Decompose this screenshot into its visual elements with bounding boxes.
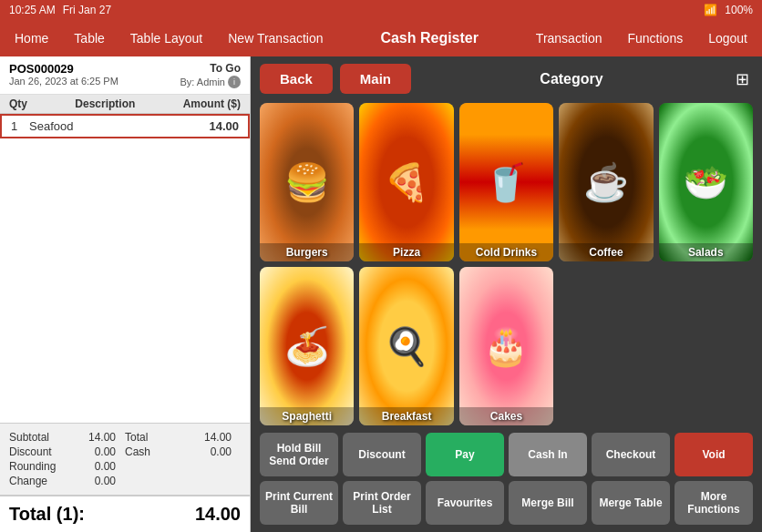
cash-value: 0.00 <box>183 445 242 458</box>
hold-bill-button[interactable]: Hold BillSend Order <box>260 433 338 476</box>
discount-label: Discount <box>9 445 67 458</box>
col-amount: Amount ($) <box>183 97 241 110</box>
coffee-image: ☕ <box>559 103 653 261</box>
more-functions-button[interactable]: MoreFunctions <box>674 481 753 525</box>
main-layout: POS000029 To Go Jan 26, 2023 at 6:25 PM … <box>0 56 762 532</box>
col-qty: Qty <box>9 97 27 110</box>
back-button[interactable]: Back <box>260 64 333 94</box>
bill-totals: Subtotal 14.00 Total 14.00 Discount 0.00… <box>0 423 250 495</box>
colddrinks-image: 🥤 <box>459 103 553 261</box>
grand-total-value: 14.00 <box>195 504 241 525</box>
category-breakfast[interactable]: 🍳 Breakfast <box>359 267 453 425</box>
category-coffee[interactable]: ☕ Coffee <box>559 103 653 261</box>
change-label: Change <box>9 475 67 487</box>
status-date: Fri Jan 27 <box>63 4 111 16</box>
left-panel: POS000029 To Go Jan 26, 2023 at 6:25 PM … <box>0 56 251 532</box>
bill-column-headers: Qty Description Amount ($) <box>0 95 250 114</box>
category-pizza[interactable]: 🍕 Pizza <box>359 103 453 261</box>
total-value: 14.00 <box>183 431 242 444</box>
rounding-value: 0.00 <box>67 460 126 473</box>
pizza-label: Pizza <box>359 243 453 261</box>
empty-cell-2 <box>659 267 753 425</box>
pizza-image: 🍕 <box>359 103 453 261</box>
subtotal-value: 14.00 <box>67 431 126 444</box>
spaghetti-image: 🍝 <box>260 267 354 425</box>
cash-label: Cash <box>125 445 183 458</box>
pay-button[interactable]: Pay <box>426 433 504 476</box>
salads-image: 🥗 <box>659 103 753 261</box>
cakes-image: 🎂 <box>459 267 553 425</box>
cash-in-button[interactable]: Cash In <box>509 433 587 476</box>
category-grid: 🍔 Burgers 🍕 Pizza 🥤 Cold Drinks ☕ Coffee… <box>251 98 762 433</box>
status-bar: 10:25 AM Fri Jan 27 📶 100% <box>0 0 762 20</box>
bill-item[interactable]: 1 Seafood 14.00 <box>0 114 250 138</box>
cakes-label: Cakes <box>459 407 553 425</box>
nav-transaction[interactable]: Transaction <box>530 27 608 49</box>
bill-items-list: 1 Seafood 14.00 <box>0 114 250 423</box>
main-button[interactable]: Main <box>340 64 411 94</box>
col-description: Description <box>75 97 135 110</box>
nav-new-transaction[interactable]: New Transaction <box>222 27 328 49</box>
item-qty: 1 <box>11 119 29 133</box>
coffee-label: Coffee <box>559 243 653 261</box>
empty-cell-1 <box>559 267 653 425</box>
nav-table[interactable]: Table <box>68 27 109 49</box>
breakfast-image: 🍳 <box>359 267 453 425</box>
category-salads[interactable]: 🥗 Salads <box>659 103 753 261</box>
bottom-action-buttons: Hold BillSend Order Discount Pay Cash In… <box>251 433 762 532</box>
colddrinks-label: Cold Drinks <box>459 243 553 261</box>
order-admin: By: Admin i <box>180 76 241 88</box>
right-panel: Back Main Category ⊞ 🍔 Burgers 🍕 Pizza 🥤… <box>251 56 762 532</box>
salads-label: Salads <box>659 243 753 261</box>
grand-total-label: Total (1): <box>9 504 85 525</box>
breakfast-label: Breakfast <box>359 407 453 425</box>
battery-icon: 100% <box>725 4 753 16</box>
status-time: 10:25 AM <box>9 4 56 16</box>
print-current-bill-button[interactable]: Print CurrentBill <box>260 481 338 525</box>
change-value: 0.00 <box>67 475 126 487</box>
grand-total: Total (1): 14.00 <box>0 495 250 532</box>
favourites-button[interactable]: Favourites <box>426 481 504 525</box>
wifi-icon: 📶 <box>704 4 717 16</box>
app-title: Cash Register <box>347 30 512 46</box>
nav-home[interactable]: Home <box>9 27 54 49</box>
discount-value: 0.00 <box>67 445 126 458</box>
print-order-list-button[interactable]: Print OrderList <box>343 481 421 525</box>
item-description: Seafood <box>29 119 209 133</box>
nav-table-layout[interactable]: Table Layout <box>125 27 208 49</box>
burgers-image: 🍔 <box>260 103 354 261</box>
merge-table-button[interactable]: Merge Table <box>592 481 670 525</box>
nav-logout[interactable]: Logout <box>703 27 753 49</box>
category-cakes[interactable]: 🎂 Cakes <box>459 267 553 425</box>
item-amount: 14.00 <box>209 119 239 133</box>
grid-view-icon[interactable]: ⊞ <box>732 66 753 93</box>
subtotal-label: Subtotal <box>9 431 67 444</box>
rounding-label: Rounding <box>9 460 67 473</box>
order-type: To Go <box>210 62 241 76</box>
spaghetti-label: Spaghetti <box>260 407 354 425</box>
order-id: POS000029 <box>9 62 74 76</box>
discount-button[interactable]: Discount <box>343 433 421 476</box>
burgers-label: Burgers <box>260 243 354 261</box>
nav-functions[interactable]: Functions <box>622 27 688 49</box>
category-colddrinks[interactable]: 🥤 Cold Drinks <box>459 103 553 261</box>
top-buttons-row: Back Main Category ⊞ <box>251 56 762 98</box>
void-button[interactable]: Void <box>674 433 753 476</box>
category-title: Category <box>418 71 725 87</box>
bill-header: POS000029 To Go Jan 26, 2023 at 6:25 PM … <box>0 56 250 95</box>
category-burgers[interactable]: 🍔 Burgers <box>260 103 354 261</box>
merge-bill-button[interactable]: Merge Bill <box>509 481 587 525</box>
checkout-button[interactable]: Checkout <box>592 433 670 476</box>
category-spaghetti[interactable]: 🍝 Spaghetti <box>260 267 354 425</box>
top-nav: Home Table Table Layout New Transaction … <box>0 20 762 56</box>
info-icon[interactable]: i <box>228 76 241 88</box>
total-label: Total <box>125 431 183 444</box>
order-date: Jan 26, 2023 at 6:25 PM <box>9 76 118 88</box>
